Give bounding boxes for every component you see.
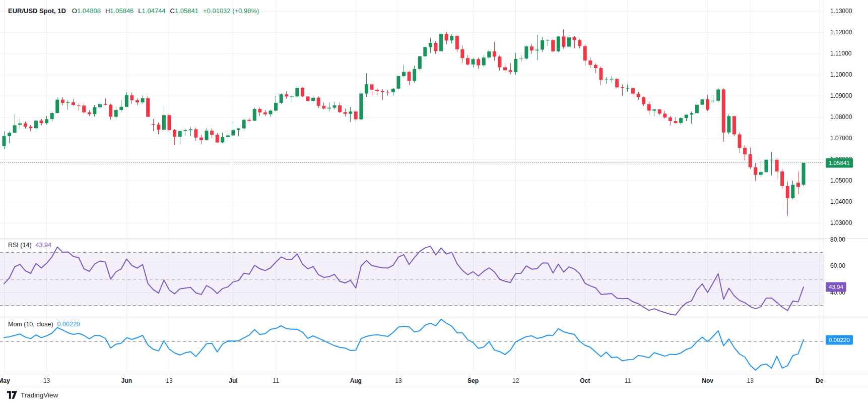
change-value: +0.01032 (+0.98%) — [203, 7, 259, 15]
open-value: 1.04808 — [77, 7, 101, 15]
last-price-badge: 1.05841 — [826, 158, 853, 167]
price-axis[interactable] — [824, 0, 868, 387]
close-value: 1.05841 — [175, 7, 198, 15]
tradingview-attribution[interactable]: TradingView — [7, 391, 58, 399]
symbol-title: EUR/USD Spot, 1D — [8, 7, 66, 15]
chart-canvas[interactable]: 1.130001.120001.110001.100001.090001.080… — [0, 0, 868, 405]
low-value: 1.04744 — [142, 7, 166, 15]
tradingview-logo-icon — [7, 391, 17, 399]
mom-line-series — [4, 319, 804, 370]
candlestick-series — [3, 29, 806, 216]
ohlc-low: L1.04744 — [138, 7, 165, 15]
mom-legend[interactable]: Mom (10, close) 0.00220 — [8, 321, 80, 328]
open-label: O — [72, 7, 77, 15]
ohlc-open: O1.04808 — [72, 7, 101, 15]
rsi-value-badge: 43.94 — [826, 282, 846, 292]
mom-label: Mom (10, close) — [8, 321, 53, 328]
ohlc-high: H1.05846 — [105, 7, 133, 15]
rsi-value: 43.94 — [36, 242, 51, 249]
panel-separators — [0, 0, 868, 387]
symbol-legend[interactable]: EUR/USD Spot, 1D O1.04808 H1.05846 L1.04… — [8, 7, 259, 15]
mom-value-badge: 0.00220 — [826, 335, 853, 344]
grid-layer — [0, 0, 824, 372]
rsi-legend[interactable]: RSI (14) 43.94 — [8, 242, 51, 249]
chart-root: 1.130001.120001.110001.100001.090001.080… — [0, 0, 868, 405]
high-value: 1.05846 — [110, 7, 133, 15]
rsi-label: RSI (14) — [8, 242, 32, 249]
brand-text: TradingView — [21, 391, 58, 399]
close-label: C — [170, 7, 175, 15]
mom-value: 0.00220 — [57, 321, 80, 328]
time-axis[interactable] — [0, 372, 868, 387]
high-label: H — [105, 7, 110, 15]
ohlc-close: C1.05841 — [170, 7, 198, 15]
low-label: L — [138, 7, 142, 15]
